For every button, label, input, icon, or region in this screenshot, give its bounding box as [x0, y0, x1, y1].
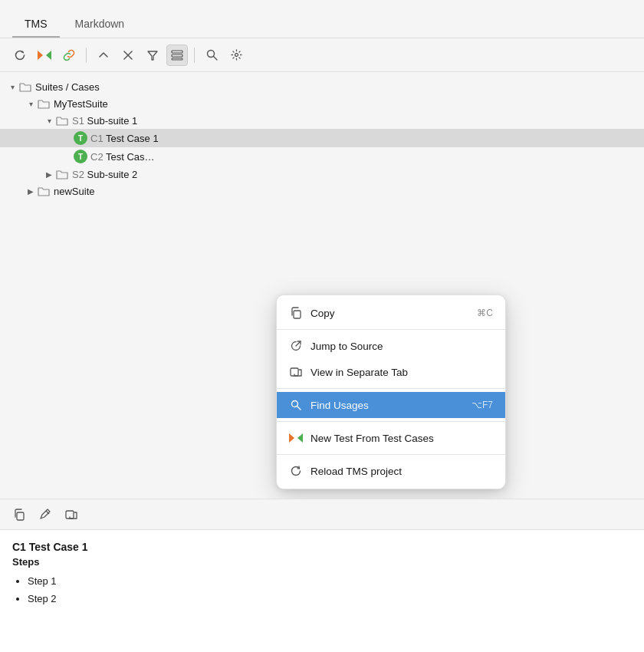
view-source-btn[interactable]	[61, 505, 81, 525]
detail-step-2: Step 2	[28, 590, 632, 608]
tree-node-newsuite[interactable]: ▶ newSuite	[0, 183, 644, 199]
menu-item-find-usages[interactable]: Find Usages ⌥F7	[277, 392, 505, 418]
new-test-label: New Test From Test Cases	[310, 433, 434, 444]
tab-bar: TMS Markdown	[0, 0, 644, 38]
find-icon	[289, 398, 303, 412]
copy-label: Copy	[310, 308, 335, 319]
s2-chevron: ▶	[43, 168, 55, 180]
c2-badge: T	[74, 150, 87, 163]
jump-icon	[289, 339, 303, 353]
s1-chevron: ▾	[43, 114, 55, 127]
collapse-button[interactable]	[117, 44, 139, 66]
root-label: Suites / Cases	[35, 81, 100, 93]
svg-marker-16	[289, 433, 294, 443]
find-label: Find Usages	[310, 400, 369, 411]
refresh-button[interactable]	[9, 44, 31, 66]
svg-marker-17	[297, 433, 303, 443]
mytestsuite-chevron: ▾	[25, 97, 37, 110]
svg-marker-1	[46, 51, 51, 60]
bottom-toolbar	[0, 499, 644, 529]
edit-btn[interactable]	[35, 505, 55, 525]
tree-node-s1[interactable]: ▾ S1 Sub-suite 1	[0, 112, 644, 129]
tab-tms[interactable]: TMS	[12, 10, 60, 38]
copy-btn[interactable]	[9, 505, 29, 525]
jump-label: Jump to Source	[310, 341, 383, 352]
menu-divider-2	[277, 388, 505, 389]
detail-steps-label: Steps	[12, 556, 632, 568]
menu-item-new-test[interactable]: New Test From Test Cases	[277, 425, 505, 451]
tree-node-mytestsuite[interactable]: ▾ MyTestSuite	[0, 95, 644, 112]
copy-icon	[289, 306, 303, 320]
menu-divider-3	[277, 421, 505, 422]
c2-label: C2 Test Cas…	[90, 151, 155, 163]
copy-shortcut: ⌘C	[477, 308, 493, 318]
s1-label: S1 Sub-suite 1	[72, 115, 137, 127]
filter-button[interactable]	[142, 44, 163, 66]
svg-marker-0	[38, 51, 43, 60]
root-chevron: ▾	[6, 81, 18, 93]
tree-node-c1[interactable]: ▾ T C1 Test Case 1	[0, 129, 644, 147]
tree-node-s2[interactable]: ▶ S2 Sub-suite 2	[0, 166, 644, 183]
link-button[interactable]	[58, 44, 80, 66]
tree-area: ▾ Suites / Cases ▾ MyTestSuite ▾	[0, 72, 644, 499]
detail-steps-list: Step 1 Step 2	[12, 572, 632, 608]
view-icon	[289, 365, 303, 379]
svg-line-9	[213, 57, 217, 61]
main-panel: TMS Markdown	[0, 0, 644, 652]
detail-title: C1 Test Case 1	[12, 541, 632, 553]
s2-folder-icon	[55, 169, 69, 179]
c1-label: C1 Test Case 1	[90, 133, 159, 144]
divider-2	[194, 48, 195, 63]
menu-item-view-separate[interactable]: View in Separate Tab	[277, 359, 505, 385]
s1-folder-icon	[55, 115, 69, 126]
expand-button[interactable]	[93, 44, 114, 66]
svg-line-15	[297, 407, 301, 410]
search-button[interactable]	[201, 44, 222, 66]
newsuite-folder-icon	[37, 186, 51, 196]
settings-button[interactable]	[225, 44, 247, 66]
svg-rect-6	[172, 54, 182, 57]
menu-item-jump-to-source[interactable]: Jump to Source	[277, 333, 505, 359]
menu-item-reload[interactable]: Reload TMS project	[277, 458, 505, 484]
detail-step-1: Step 1	[28, 572, 632, 590]
menu-divider-4	[277, 454, 505, 455]
tab-markdown[interactable]: Markdown	[63, 10, 137, 38]
reload-label: Reload TMS project	[310, 466, 402, 477]
root-folder-icon	[18, 81, 32, 92]
tree-root[interactable]: ▾ Suites / Cases	[0, 78, 644, 95]
c1-badge: T	[74, 131, 87, 145]
svg-marker-4	[148, 51, 157, 60]
detail-area: C1 Test Case 1 Steps Step 1 Step 2	[0, 529, 644, 652]
find-shortcut: ⌥F7	[472, 400, 493, 410]
svg-rect-11	[294, 311, 301, 318]
mytestsuite-folder-icon	[37, 98, 51, 109]
newsuite-label: newSuite	[54, 186, 94, 197]
context-menu: Copy ⌘C Jump to Source	[276, 295, 506, 489]
view-label: View in Separate Tab	[310, 367, 408, 378]
divider-1	[86, 48, 87, 63]
s2-label: S2 Sub-suite 2	[72, 169, 137, 180]
svg-line-12	[296, 341, 301, 346]
new-test-icon	[289, 431, 303, 445]
svg-point-10	[235, 54, 238, 57]
menu-item-copy[interactable]: Copy ⌘C	[277, 300, 505, 326]
svg-rect-7	[172, 58, 182, 60]
newsuite-chevron: ▶	[25, 185, 37, 197]
svg-rect-5	[172, 51, 182, 53]
toolbar	[0, 38, 644, 72]
svg-rect-18	[17, 512, 24, 520]
mytestsuite-label: MyTestSuite	[54, 98, 108, 110]
menu-divider-1	[277, 329, 505, 330]
reload-icon	[289, 464, 303, 478]
list-view-button[interactable]	[166, 44, 188, 66]
arrows-button[interactable]	[34, 44, 55, 66]
tree-node-c2[interactable]: ▾ T C2 Test Cas…	[0, 147, 644, 166]
